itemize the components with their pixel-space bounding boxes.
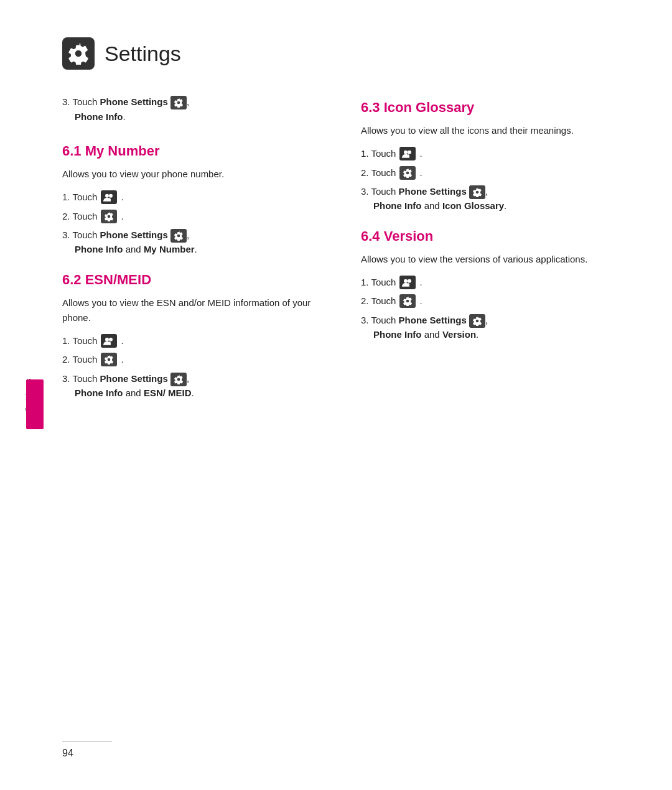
step-63-1: 1. Touch . — [361, 147, 622, 161]
settings-gear-icon — [62, 37, 95, 70]
left-column: 3. Touch Phone Settings , Phone Info. 6.… — [62, 95, 324, 415]
gear-icon-61-3 — [170, 229, 187, 243]
svg-point-4 — [404, 151, 408, 154]
footer-divider — [62, 741, 112, 742]
gear-icon-63-2 — [399, 166, 416, 180]
gear-icon-61-2 — [101, 210, 117, 223]
section-64: 6.4 Version Allows you to view the versi… — [361, 228, 622, 342]
svg-point-2 — [105, 338, 109, 342]
footer: 94 — [62, 741, 112, 760]
page-header: Settings — [62, 37, 622, 70]
section-62-desc: Allows you to view the ESN and/or MEID i… — [62, 295, 324, 325]
section-62-heading: 6.2 ESN/MEID — [62, 272, 324, 288]
intro-step3-bold: Phone Settings — [100, 96, 168, 107]
section-63-steps: 1. Touch . 2. Touch . 3. Touch Phone — [361, 147, 622, 213]
step-61-2: 2. Touch . — [62, 210, 324, 224]
people-icon-64-1 — [399, 276, 416, 289]
section-63-desc: Allows you to view all the icons and the… — [361, 123, 622, 138]
step-64-2: 2. Touch . — [361, 294, 622, 309]
phone-settings-icon-1 — [170, 96, 187, 109]
step-62-2: 2. Touch . — [62, 353, 324, 367]
people-icon-63-1 — [399, 147, 416, 160]
content-columns: 3. Touch Phone Settings , Phone Info. 6.… — [62, 95, 622, 415]
page-number: 94 — [62, 748, 73, 758]
svg-point-6 — [404, 279, 408, 283]
gear-icon-64-3 — [469, 314, 485, 328]
gear-icon-62-2 — [101, 353, 117, 366]
section-62-steps: 1. Touch . 2. Touch . 3. Touch Phone — [62, 334, 324, 401]
intro-step: 3. Touch Phone Settings , Phone Info. — [62, 95, 324, 124]
step-62-3: 3. Touch Phone Settings , Phone Info and… — [62, 372, 324, 401]
step-63-2: 2. Touch . — [361, 166, 622, 180]
section-61-heading: 6.1 My Number — [62, 143, 324, 159]
gear-icon-64-2 — [399, 294, 416, 308]
section-61-steps: 1. Touch . 2. Touch . 3. Touch Phone — [62, 190, 324, 257]
intro-phone-info-bold: Phone Info — [62, 111, 123, 122]
gear-icon-63-3 — [469, 185, 485, 199]
step-61-3: 3. Touch Phone Settings , Phone Info and… — [62, 228, 324, 257]
section-64-heading: 6.4 Version — [361, 228, 622, 244]
step-62-1: 1. Touch . — [62, 334, 324, 348]
svg-point-3 — [109, 338, 113, 342]
section-62: 6.2 ESN/MEID Allows you to view the ESN … — [62, 272, 324, 401]
section-63: 6.3 Icon Glossary Allows you to view all… — [361, 100, 622, 213]
right-column: 6.3 Icon Glossary Allows you to view all… — [361, 95, 622, 415]
svg-point-7 — [408, 279, 411, 283]
intro-step3-text: 3. Touch — [62, 96, 100, 107]
svg-point-0 — [105, 194, 109, 198]
page: Settings Settings 3. Touch Phone Setting… — [0, 0, 672, 790]
step-63-3: 3. Touch Phone Settings , Phone Info and… — [361, 185, 622, 213]
section-64-desc: Allows you to view the versions of vario… — [361, 252, 622, 267]
section-63-heading: 6.3 Icon Glossary — [361, 100, 622, 116]
svg-point-5 — [408, 151, 411, 154]
section-64-steps: 1. Touch . 2. Touch . 3. Touch Phone — [361, 276, 622, 342]
step-64-3: 3. Touch Phone Settings , Phone Info and… — [361, 314, 622, 342]
section-61-desc: Allows you to view your phone number. — [62, 167, 324, 182]
people-icon-62-1 — [101, 334, 117, 348]
page-title: Settings — [105, 42, 181, 66]
svg-point-1 — [109, 194, 113, 198]
step-64-1: 1. Touch . — [361, 276, 622, 290]
section-61: 6.1 My Number Allows you to view your ph… — [62, 143, 324, 257]
pink-bar — [26, 379, 44, 429]
gear-icon-62-3 — [170, 373, 187, 386]
step-61-1: 1. Touch . — [62, 190, 324, 205]
people-icon-61-1 — [101, 190, 117, 204]
